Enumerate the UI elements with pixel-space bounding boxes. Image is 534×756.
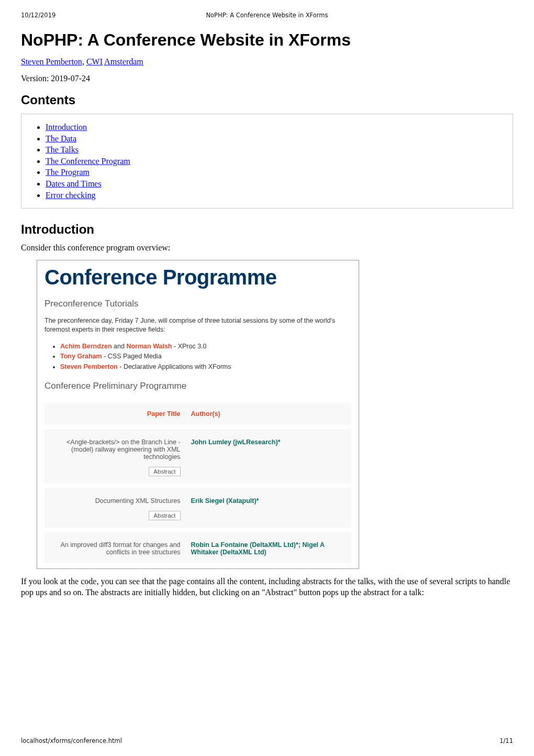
page-title-h1: NoPHP: A Conference Website in XForms bbox=[21, 30, 513, 50]
introduction-heading: Introduction bbox=[21, 222, 513, 237]
byline-sep: , bbox=[82, 57, 86, 66]
presenter-name: Tony Graham bbox=[60, 353, 102, 360]
programme-table: Paper Title Author(s) <Angle-brackets/> … bbox=[44, 399, 351, 567]
print-header-title: NoPHP: A Conference Website in XForms bbox=[0, 12, 534, 19]
table-row: Documenting XML Structures Abstract Erik… bbox=[44, 488, 351, 528]
paper-authors-cell: Erik Siegel (Xatapult)* bbox=[186, 488, 351, 528]
after-paragraph: If you look at the code, you can see tha… bbox=[21, 576, 513, 598]
list-item: Tony Graham - CSS Paged Media bbox=[60, 352, 351, 361]
list-item: Dates and Times bbox=[46, 178, 503, 190]
presenter-name: Achim Berndzen bbox=[60, 343, 112, 350]
paper-title: Documenting XML Structures bbox=[95, 497, 181, 505]
byline: Steven Pemberton, CWI Amsterdam bbox=[21, 57, 513, 67]
col-header-title: Paper Title bbox=[44, 403, 186, 425]
paper-title-cell: An improved diff3 format for changes and… bbox=[44, 532, 186, 563]
page: 10/12/2019 NoPHP: A Conference Website i… bbox=[0, 0, 534, 756]
toc-link[interactable]: The Conference Program bbox=[46, 157, 130, 166]
toc-link[interactable]: The Program bbox=[46, 168, 90, 177]
col-header-authors: Author(s) bbox=[186, 403, 351, 425]
preconference-paragraph: The preconference day, Friday 7 June, wi… bbox=[44, 316, 351, 335]
list-item: The Talks bbox=[46, 144, 503, 156]
preconference-heading: Preconference Tutorials bbox=[44, 299, 351, 309]
toc-link[interactable]: Dates and Times bbox=[46, 179, 102, 188]
list-item: Error checking bbox=[46, 190, 503, 201]
paper-authors-cell: Robin La Fontaine (DeltaXML Ltd)*; Nigel… bbox=[186, 532, 351, 563]
toc-box: Introduction The Data The Talks The Conf… bbox=[21, 114, 513, 209]
toc-link[interactable]: Introduction bbox=[46, 123, 87, 132]
abstract-button[interactable]: Abstract bbox=[149, 467, 180, 476]
tutorial-list: Achim Berndzen and Norman Walsh - XProc … bbox=[44, 342, 351, 372]
toc-list: Introduction The Data The Talks The Conf… bbox=[31, 122, 503, 201]
text-joiner: and bbox=[112, 343, 127, 350]
table-row: <Angle-brackets/> on the Branch Line - (… bbox=[44, 429, 351, 484]
preliminary-programme-heading: Conference Preliminary Programme bbox=[44, 381, 351, 391]
version-line: Version: 2019-07-24 bbox=[21, 74, 513, 83]
table-header-row: Paper Title Author(s) bbox=[44, 403, 351, 425]
city-link[interactable]: Amsterdam bbox=[104, 57, 143, 66]
paper-title-cell: <Angle-brackets/> on the Branch Line - (… bbox=[44, 429, 186, 484]
tutorial-topic: CSS Paged Media bbox=[108, 353, 162, 360]
text-joiner: - bbox=[118, 363, 124, 370]
list-item: Achim Berndzen and Norman Walsh - XProc … bbox=[60, 342, 351, 352]
text-joiner: - bbox=[172, 343, 178, 350]
table-row: An improved diff3 format for changes and… bbox=[44, 532, 351, 563]
toc-link[interactable]: Error checking bbox=[46, 191, 96, 200]
list-item: The Conference Program bbox=[46, 156, 503, 167]
toc-link[interactable]: The Talks bbox=[46, 145, 79, 154]
author-link[interactable]: Steven Pemberton bbox=[21, 57, 82, 66]
tutorial-topic: Declarative Applications with XForms bbox=[124, 363, 231, 370]
conference-screenshot: Conference Programme Preconference Tutor… bbox=[37, 260, 359, 569]
intro-paragraph: Consider this conference program overvie… bbox=[21, 243, 513, 253]
conference-heading: Conference Programme bbox=[44, 266, 351, 289]
print-footer-page: 1/11 bbox=[499, 737, 513, 744]
abstract-button[interactable]: Abstract bbox=[149, 511, 180, 520]
paper-title: <Angle-brackets/> on the Branch Line - (… bbox=[66, 439, 181, 461]
tutorial-topic: XProc 3.0 bbox=[178, 343, 207, 350]
presenter-name: Steven Pemberton bbox=[60, 363, 118, 370]
list-item: Introduction bbox=[46, 122, 503, 133]
print-footer-url: localhost/xforms/conference.html bbox=[21, 737, 122, 744]
toc-link[interactable]: The Data bbox=[46, 134, 76, 143]
conference-inner: Conference Programme Preconference Tutor… bbox=[37, 266, 359, 568]
list-item: The Program bbox=[46, 167, 503, 178]
paper-title-cell: Documenting XML Structures Abstract bbox=[44, 488, 186, 528]
contents-heading: Contents bbox=[21, 93, 513, 107]
paper-title: An improved diff3 format for changes and… bbox=[60, 541, 180, 556]
paper-authors-cell: John Lumley (jwLResearch)* bbox=[186, 429, 351, 484]
list-item: The Data bbox=[46, 133, 503, 145]
presenter-name: Norman Walsh bbox=[126, 343, 172, 350]
list-item: Steven Pemberton - Declarative Applicati… bbox=[60, 363, 351, 372]
text-joiner: - bbox=[102, 353, 108, 360]
org-link[interactable]: CWI bbox=[86, 57, 103, 66]
